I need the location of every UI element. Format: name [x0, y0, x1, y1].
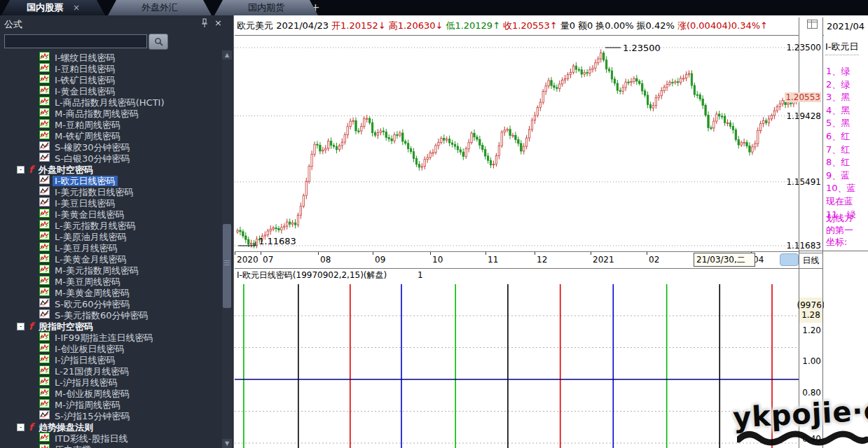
tree-item-M-商品指数周线密码[interactable]: M-商品指数周线密码	[39, 108, 141, 119]
scroll-down-arrow[interactable]: ▼	[222, 439, 232, 448]
tree-item-label: I-沪指日线密码	[53, 355, 118, 365]
tree-item-L-沪指月线密码[interactable]: L-沪指月线密码	[39, 377, 120, 388]
date-tick-label: 12	[537, 255, 547, 265]
candlestick-chart[interactable]: 1.235001.11683	[235, 38, 799, 251]
tree-item-I-豆粕日线密码[interactable]: I-豆粕日线密码	[39, 63, 118, 74]
tree-item-label: S-美元指数60分钟密码	[53, 310, 151, 321]
tree-item-M-美黄金周线密码[interactable]: M-美黄金周线密码	[39, 287, 132, 298]
kline-icon	[39, 209, 53, 220]
cursor-date-box: 21/03/30,二	[694, 253, 755, 267]
tree-item-label: I-豆粕日线密码	[53, 64, 118, 74]
quote-field: 开1.20152↓	[331, 20, 386, 31]
tree-item-label: L-美黄金月线密码	[53, 254, 129, 265]
tree-item-I-黄金日线密码[interactable]: I-黄金日线密码	[39, 85, 118, 97]
tree-group-外盘时空密码[interactable]: -f外盘时空密码	[17, 164, 95, 175]
tree-item-L-美元指数月线密码[interactable]: L-美元指数月线密码	[39, 220, 138, 231]
tree-item-I-沪指日线密码[interactable]: I-沪指日线密码	[39, 354, 118, 365]
tree-item-I-IF99期指主连日线密码[interactable]: I-IF99期指主连日线密码	[39, 332, 155, 343]
panel-formula-name: I-欧元日	[825, 41, 859, 55]
tab-国内期货[interactable]: 国内期货	[214, 0, 318, 15]
price-axis-label: 1.23500	[786, 43, 821, 52]
tree-item-I-创业板日线密码[interactable]: I-创业板日线密码	[39, 343, 127, 354]
collapse-box[interactable]: -	[17, 166, 25, 174]
search-button[interactable]	[149, 34, 168, 50]
sidebar-scrollbar[interactable]: ▲ ▼	[222, 50, 232, 448]
chart-hscroll-thumb[interactable]	[780, 253, 799, 266]
restore-window-icon[interactable]	[807, 20, 818, 29]
tree-item-label: I-美黄金日线密码	[53, 209, 127, 220]
sidebar-close-icon[interactable]: ×	[214, 18, 222, 28]
sidebar-title: 公式	[4, 18, 22, 31]
tree-item-I-螺纹日线密码[interactable]: I-螺纹日线密码	[39, 52, 118, 63]
tab-label: 外盘外汇	[142, 1, 178, 14]
tree-item-label: M-豆粕周线密码	[53, 120, 123, 130]
tree-item-M-豆粕周线密码[interactable]: M-豆粕周线密码	[39, 119, 123, 130]
price-axis-label: 1.19428	[786, 111, 821, 121]
tree-item-ITD彩线-股指日线[interactable]: ITD彩线-股指日线	[39, 433, 130, 444]
tree-item-压力支撑[interactable]: 压力支撑	[39, 444, 93, 448]
pin-icon[interactable]	[200, 18, 209, 28]
period-label[interactable]: 日线	[799, 253, 822, 269]
scrollbar-thumb[interactable]	[223, 224, 231, 308]
quote-field: 高1.20630↓	[389, 20, 443, 31]
kline-icon	[39, 287, 53, 298]
tree-item-I-美黄金日线密码[interactable]: I-美黄金日线密码	[39, 209, 127, 220]
tree-item-L-美黄金月线密码[interactable]: L-美黄金月线密码	[39, 253, 129, 265]
tree-item-M-铁矿周线密码[interactable]: M-铁矿周线密码	[39, 130, 123, 141]
formula-group-icon: f	[29, 421, 33, 433]
indicator-pane[interactable]	[235, 281, 799, 448]
date-tick-mark	[235, 252, 235, 255]
tab-close-icon[interactable]: ×	[73, 3, 80, 13]
tree-item-M-美豆周线密码[interactable]: M-美豆周线密码	[39, 276, 123, 287]
indicator-current-value: 1.28	[801, 310, 820, 320]
chart-main-area: 欧元美元 2021/04/23开1.20152↓高1.20630↓低1.2012…	[235, 15, 868, 448]
tree-item-M-美元指数周线密码[interactable]: M-美元指数周线密码	[39, 265, 141, 276]
kline-icon	[39, 265, 53, 276]
tab-外盘外汇[interactable]: 外盘外汇	[108, 0, 212, 15]
formula-tree: I-螺纹日线密码I-豆粕日线密码I-铁矿日线密码I-黄金日线密码L-商品指数月线…	[0, 50, 221, 448]
interpretation-line: 8、红	[826, 156, 850, 169]
price-axis: 日线 (9976) 1.28 1.235001.205531.194281.15…	[799, 18, 822, 448]
tree-item-S-白银30分钟密码[interactable]: S-白银30分钟密码	[39, 153, 132, 164]
tree-item-S-沪指15分钟密码[interactable]: S-沪指15分钟密码	[39, 410, 132, 421]
tree-item-label: S-沪指15分钟密码	[53, 411, 132, 421]
tab-国内股票[interactable]: 国内股票×	[1, 0, 105, 15]
date-tick-mark	[535, 252, 535, 255]
tree-item-S-美元指数60分钟密码[interactable]: S-美元指数60分钟密码	[39, 309, 151, 321]
zigzag-icon	[39, 175, 53, 186]
kline-icon	[39, 343, 53, 354]
formula-search-input[interactable]	[4, 34, 147, 48]
tree-item-L-美豆月线密码[interactable]: L-美豆月线密码	[39, 242, 120, 253]
tree-item-L-21国债月线密码[interactable]: L-21国债月线密码	[39, 365, 131, 377]
price-axis-label: 1.15491	[786, 177, 821, 187]
tree-group-趋势操盘法则[interactable]: -f趋势操盘法则	[17, 421, 95, 433]
tree-item-L-商品指数月线密码(HCTI)[interactable]: L-商品指数月线密码(HCTI)	[39, 97, 166, 108]
tree-item-I-美元指数日线密码[interactable]: I-美元指数日线密码	[39, 186, 136, 197]
tree-item-M-创业板周线密码[interactable]: M-创业板周线密码	[39, 388, 132, 399]
kline-icon	[39, 354, 53, 365]
quote-field: 低1.20129↑	[446, 20, 500, 31]
date-tick-label: 2020	[237, 255, 259, 265]
kline-icon	[39, 74, 53, 85]
tree-item-L-美原油月线密码[interactable]: L-美原油月线密码	[39, 231, 129, 242]
indicator-axis-label: 0.80	[802, 388, 821, 398]
tree-item-label: M-美元指数周线密码	[53, 265, 141, 276]
tree-group-股指时空密码[interactable]: -f股指时空密码	[17, 321, 95, 332]
tree-item-I-铁矿日线密码[interactable]: I-铁矿日线密码	[39, 74, 118, 85]
kline-icon	[39, 130, 53, 141]
tree-item-label: I-IF99期指主连日线密码	[53, 332, 155, 343]
interpretation-line: 6、红	[826, 130, 850, 143]
tree-item-S-欧元60分钟密码[interactable]: S-欧元60分钟密码	[39, 298, 132, 309]
tree-item-S-橡胶30分钟密码[interactable]: S-橡胶30分钟密码	[39, 141, 132, 153]
kline-icon	[39, 253, 53, 265]
collapse-box[interactable]: -	[17, 424, 25, 431]
price-axis-label: 1.11683	[786, 241, 821, 251]
sidebar-main-divider	[233, 15, 234, 448]
collapse-box[interactable]: -	[17, 323, 25, 330]
date-tick-label: 08	[320, 255, 331, 265]
tree-item-I-美豆日线密码[interactable]: I-美豆日线密码	[39, 197, 118, 209]
tree-item-label: M-美黄金周线密码	[53, 288, 132, 298]
tree-item-M-沪指周线密码[interactable]: M-沪指周线密码	[39, 399, 123, 410]
scroll-up-arrow[interactable]: ▲	[222, 50, 232, 59]
tree-item-I-欧元日线密码[interactable]: I-欧元日线密码	[39, 175, 118, 186]
